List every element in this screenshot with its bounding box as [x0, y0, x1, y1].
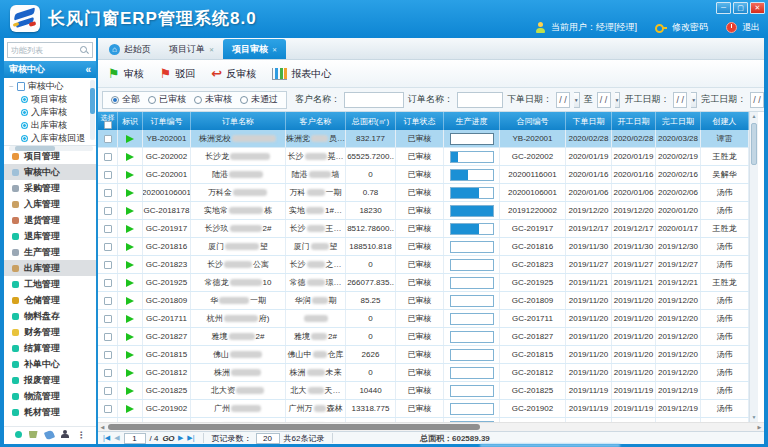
tree-root-node[interactable]: − 审核中心 [9, 80, 88, 93]
select-all-checkbox[interactable] [104, 121, 112, 129]
collapse-icon[interactable]: « [85, 65, 91, 75]
function-search-input[interactable] [11, 46, 77, 55]
row-checkbox[interactable] [104, 243, 112, 251]
finish-date-input[interactable]: / / [750, 92, 764, 108]
sidebar-module-item[interactable]: 入库管理 [4, 196, 96, 212]
table-row[interactable]: GC-201815 佛山 佛山中仓库 2626 已审核 GC-201815 20… [98, 346, 749, 364]
sidebar-module-item[interactable]: 采购管理 [4, 180, 96, 196]
toolbar-button[interactable]: ↩ 反审核 [211, 67, 256, 81]
dropdown-icon[interactable] [615, 92, 621, 108]
status-radio[interactable]: 已审核 [148, 93, 186, 106]
row-checkbox[interactable] [104, 351, 112, 359]
status-radio[interactable]: 未通过 [240, 93, 278, 106]
cart-icon[interactable] [29, 431, 38, 438]
table-row[interactable]: GC-201902 广州 广州万森林 13318.775 已审核 GC-2019… [98, 400, 749, 418]
row-checkbox[interactable] [104, 387, 112, 395]
go-button[interactable]: GO [163, 434, 174, 443]
vertical-scroll-thumb[interactable] [751, 123, 757, 165]
table-row[interactable]: GC-201827 雅境2# 雅境2# 0 已审核 GC-201827 2019… [98, 328, 749, 346]
pen-icon[interactable] [43, 429, 54, 440]
row-checkbox[interactable] [104, 261, 112, 269]
row-checkbox[interactable] [104, 279, 112, 287]
sidebar-module-item[interactable]: 耗材管理 [4, 404, 96, 420]
toolbar-button[interactable]: ⚑ 审核 [108, 67, 144, 81]
table-row[interactable]: GC-201825 北大资 北大天… 10440 已审核 GC-201825 2… [98, 382, 749, 400]
tree-vertical-scrollbar[interactable] [90, 80, 95, 140]
sidebar-module-item[interactable]: 仓储管理 [4, 292, 96, 308]
table-row[interactable]: GC-2018178 实地常栋 实地1#… 18230 已审核 20191220… [98, 202, 749, 220]
sidebar-module-item[interactable]: 物料盘存 [4, 308, 96, 324]
page-size-input[interactable]: 20 [256, 433, 280, 444]
sidebar-module-item[interactable]: 出库管理 [4, 260, 96, 276]
tree-expander-icon[interactable]: − [9, 82, 14, 91]
row-checkbox[interactable] [104, 171, 112, 179]
sidebar-module-item[interactable]: 工地管理 [4, 276, 96, 292]
row-checkbox[interactable] [104, 135, 112, 143]
table-row[interactable]: YB-202001 株洲党校 株洲党员… 832.177 已审核 YB-2020… [98, 130, 749, 148]
table-row[interactable]: GC-201823 长沙公寓 长沙之… 0 已审核 GC-201823 2019… [98, 256, 749, 274]
customer-name-input[interactable] [344, 92, 404, 108]
tree-leaf-node[interactable]: 项目审核 [9, 93, 88, 106]
row-checkbox[interactable] [104, 315, 112, 323]
row-checkbox[interactable] [104, 225, 112, 233]
minimize-button[interactable]: ─ [716, 2, 731, 14]
row-checkbox[interactable] [104, 189, 112, 197]
last-page-button[interactable]: ▶| [187, 434, 194, 442]
sidebar-module-item[interactable]: 结算管理 [4, 340, 96, 356]
row-checkbox[interactable] [104, 405, 112, 413]
table-row[interactable]: GC-201917 长沙玖2# 长沙王… 8512.78600.. 已审核 GC… [98, 220, 749, 238]
tree-leaf-node[interactable]: 入库审核 [9, 106, 88, 119]
table-row[interactable]: GC-201812 株洲 株洲未来 0 已审核 GC-201812 2019/1… [98, 364, 749, 382]
table-row[interactable]: GC-202001 陆港 陆港墙 0 已审核 20200116001 2020/… [98, 166, 749, 184]
order-name-input[interactable] [457, 92, 503, 108]
tab[interactable]: ⌂ 项目审核 ✕ [223, 39, 286, 59]
tab[interactable]: ⌂ 起始页 ✕ [100, 39, 160, 59]
table-row[interactable]: GC-202002 长沙龙 长沙晃… 65525.7200.. 已审核 GC-2… [98, 148, 749, 166]
sidebar-module-item[interactable]: 退货管理 [4, 212, 96, 228]
toolbar-button[interactable]: ⚑ 驳回 [160, 67, 196, 81]
tree-leaf-node[interactable]: 出库审核 [9, 119, 88, 132]
dropdown-icon[interactable] [574, 92, 580, 108]
scroll-down-icon[interactable]: ▼ [750, 413, 758, 422]
next-page-button[interactable]: ▶ [178, 434, 183, 442]
person-icon[interactable] [61, 430, 70, 439]
table-row[interactable]: GC-201925 常德龙10 常德璟… 266077.835.. 已审核 GC… [98, 274, 749, 292]
more-icon[interactable]: ⋮ [77, 431, 86, 439]
table-row[interactable]: GC-201816 厦门望 厦门望 188510.818 已审核 GC-2018… [98, 238, 749, 256]
table-row[interactable]: 20200106001 万科金 万科一期 0.78 已审核 2020010600… [98, 184, 749, 202]
status-radio[interactable]: 未审核 [194, 93, 232, 106]
table-row[interactable]: GC-201809 华一期 华润期 85.25 已审核 GC-201809 20… [98, 292, 749, 310]
row-checkbox[interactable] [104, 369, 112, 377]
order-date-to-input[interactable]: / / [597, 92, 611, 108]
sidebar-module-item[interactable]: 财务管理 [4, 324, 96, 340]
grid-vertical-scrollbar[interactable]: ▲ ▼ [749, 112, 758, 422]
start-date-input[interactable]: / / [673, 92, 687, 108]
prev-page-button[interactable]: ◀ [114, 434, 119, 442]
row-checkbox[interactable] [104, 333, 112, 341]
maximize-button[interactable]: ▢ [733, 2, 748, 14]
sidebar-module-item[interactable]: 审核中心 [4, 164, 96, 180]
sidebar-module-item[interactable]: 物流管理 [4, 388, 96, 404]
tab[interactable]: ⌂ 项目订单 ✕ [160, 39, 223, 59]
horizontal-scroll-thumb[interactable] [108, 424, 480, 430]
tree-leaf-node[interactable]: 入库审核回退 [9, 132, 88, 145]
toolbar-button[interactable]: 报表中心 [272, 67, 331, 81]
logout-link[interactable]: 退出 [742, 21, 760, 34]
page-number-input[interactable]: 1 [124, 433, 146, 444]
sidebar-module-item[interactable]: 生产管理 [4, 244, 96, 260]
sidebar-module-item[interactable]: 项目管理 [4, 148, 96, 164]
scroll-right-icon[interactable]: ▶ [755, 423, 764, 431]
close-button[interactable]: ✕ [750, 2, 765, 14]
table-row[interactable]: GC-201711 杭州府) 0 已审核 GC-201711 2019/11/2… [98, 310, 749, 328]
tab-close-icon[interactable]: ✕ [272, 46, 277, 53]
first-page-button[interactable]: |◀ [103, 434, 110, 442]
dropdown-icon[interactable] [691, 92, 697, 108]
tab-close-icon[interactable]: ✕ [209, 46, 214, 53]
row-checkbox[interactable] [104, 153, 112, 161]
function-search-box[interactable] [7, 42, 93, 58]
row-checkbox[interactable] [104, 207, 112, 215]
order-date-from-input[interactable]: / / [556, 92, 570, 108]
sidebar-module-item[interactable]: 报废管理 [4, 372, 96, 388]
change-password-link[interactable]: 修改密码 [672, 21, 708, 34]
status-radio[interactable]: 全部 [111, 93, 140, 106]
